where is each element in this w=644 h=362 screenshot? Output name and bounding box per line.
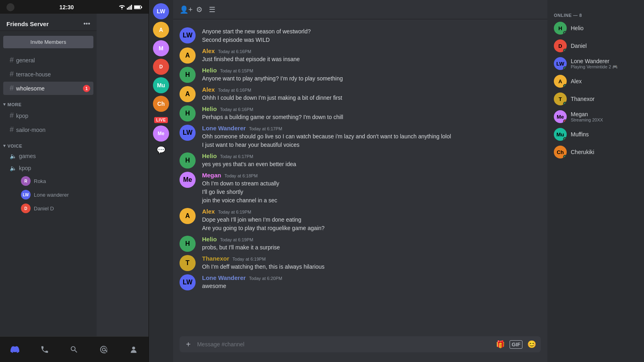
hamburger-icon[interactable]: ☰ — [209, 5, 215, 14]
speaker-icon: 🔈 — [10, 165, 17, 171]
emoji-button[interactable]: 😊 — [526, 338, 538, 350]
member-name: Alex — [571, 78, 638, 84]
avatar: A — [180, 208, 196, 224]
voice-member-name: Lone wanderer — [34, 192, 69, 198]
message: T Thanexor Today at 6:19PM Oh I'm deff w… — [173, 253, 547, 273]
hash-icon: # — [10, 111, 14, 120]
gift-icon[interactable]: 🎁 — [494, 338, 506, 350]
message-author: Alex — [202, 47, 215, 54]
phone-status-icons — [119, 5, 142, 10]
message-timestamp: Today at 6:17PM — [220, 154, 254, 159]
search-button[interactable] — [70, 345, 78, 354]
avatar: LW — [21, 190, 31, 200]
message-text: join the voice channel in a sec — [202, 196, 541, 205]
message-author: Helio — [202, 152, 217, 159]
channel-item-terrace[interactable]: # terrace-house — [3, 68, 93, 81]
member-item-megan[interactable]: Me Megan Streaming 20XX — [551, 108, 641, 125]
member-item-helio[interactable]: H Helio — [551, 19, 641, 37]
mentions-button[interactable] — [99, 345, 108, 354]
message-input[interactable] — [197, 336, 491, 352]
message-header: Thanexor Today at 6:19PM — [202, 255, 541, 262]
activity-avatar[interactable]: M — [153, 40, 169, 56]
phone-frame: 12:30 Friends Server ••• Invite Members — [0, 0, 149, 362]
add-attachment-button[interactable]: + — [183, 337, 194, 352]
chat-input-icons: 🎁 GIF 😊 — [494, 338, 538, 350]
voice-section-header: ▾ VOICE — [0, 137, 97, 150]
chat-input-area: + 🎁 GIF 😊 — [173, 336, 547, 362]
invite-members-button[interactable]: Invite Members — [3, 36, 93, 48]
avatar: H — [180, 152, 196, 169]
voice-member-name: Roka — [34, 178, 46, 184]
phone-button[interactable] — [40, 345, 49, 354]
voice-channel-games[interactable]: 🔈 games — [3, 150, 93, 162]
member-info: Alex — [571, 78, 638, 84]
activity-avatar[interactable]: Ch — [153, 96, 169, 112]
phone-bottom-nav — [0, 336, 149, 362]
message: H Helio Today at 6:17PM yes yes yes that… — [173, 151, 547, 170]
message-timestamp: Today at 6:16PM — [218, 88, 252, 93]
message-header: Helio Today at 6:16PM — [202, 105, 541, 112]
message-text: I'll go live shortly — [202, 188, 541, 196]
channel-item-sailor-moon[interactable]: # sailor-moon — [3, 123, 93, 136]
avatar: LW — [180, 27, 196, 43]
message-text: Oh I'm deff watching then, this is alway… — [202, 263, 541, 271]
voice-member-lone-wanderer[interactable]: LW Lone wanderer — [3, 188, 93, 201]
member-item-thanexor[interactable]: T Thanexor — [551, 90, 641, 108]
status-indicator — [563, 49, 567, 52]
hash-icon: # — [10, 125, 14, 134]
message-text: Second episode was WILD — [202, 36, 541, 44]
member-activity: Streaming 20XX — [571, 117, 638, 122]
more-section-header: ▾ MORE — [0, 95, 97, 109]
speaker-icon: 🔈 — [10, 153, 17, 159]
member-item-cherukiki[interactable]: Ch Cherukiki — [551, 143, 641, 161]
message-text: Ohhh I could be down I'm just making a b… — [202, 94, 541, 102]
member-info: Helio — [571, 25, 638, 31]
message-timestamp: Today at 6:19PM — [233, 257, 266, 261]
message-timestamp: Today at 6:18PM — [225, 173, 258, 178]
status-indicator — [563, 119, 567, 123]
battery-icon — [134, 5, 142, 10]
member-item-alex[interactable]: A Alex — [551, 72, 641, 90]
live-badge: LIVE — [154, 117, 168, 123]
message: LW Lone Wanderer Today at 6:20PM awesome — [173, 273, 547, 292]
message-header: Lone Wanderer Today at 6:20PM — [202, 274, 541, 281]
message-timestamp: Today at 6:17PM — [249, 126, 283, 131]
activity-avatar[interactable]: LW — [153, 3, 169, 19]
avatar: Me — [180, 172, 196, 188]
activity-avatar[interactable]: D — [153, 59, 169, 75]
message-timestamp: Today at 6:16PM — [220, 107, 254, 112]
settings-icon[interactable]: ⚙ — [196, 5, 202, 14]
member-item-daniel[interactable]: D Daniel — [551, 37, 641, 55]
member-info: Cherukiki — [571, 149, 638, 155]
channel-item-kpop[interactable]: # kpop — [3, 109, 93, 122]
discord-home-button[interactable] — [10, 345, 19, 354]
profile-button[interactable] — [129, 345, 138, 354]
svg-rect-0 — [127, 8, 128, 10]
gif-button[interactable]: GIF — [510, 340, 522, 349]
member-add-icon[interactable]: 👤+ — [180, 5, 193, 14]
message-timestamp: Today at 6:15PM — [220, 68, 254, 73]
member-item-muffins[interactable]: Mu Muffins — [551, 125, 641, 143]
avatar: H — [554, 22, 567, 35]
voice-channel-kpop[interactable]: 🔈 kpop — [3, 162, 93, 174]
message: A Alex Today at 6:19PM Dope yeah I'll jo… — [173, 206, 547, 234]
message-content: Alex Today at 6:16PM Just finished that … — [202, 47, 541, 64]
member-item-lone-wanderer[interactable]: LW Lone Wanderer Playing Vermintide 2 🎮 — [551, 55, 641, 72]
channel-badge: 1 — [83, 85, 90, 92]
activity-avatar[interactable]: Me — [153, 125, 169, 142]
voice-member-roka[interactable]: R Roka — [3, 175, 93, 187]
ellipsis-icon[interactable]: ••• — [83, 20, 90, 27]
member-name: Thanexor — [571, 96, 638, 102]
activity-avatar[interactable]: Mu — [153, 77, 169, 93]
message-header: Alex Today at 6:19PM — [202, 208, 541, 215]
member-name: Helio — [571, 25, 638, 31]
channel-item-general[interactable]: # general — [3, 53, 93, 67]
chat-header: 👤+ ⚙ ☰ — [173, 0, 547, 19]
message-text: Dope yeah I'll join when I'm done eating — [202, 216, 541, 224]
voice-member-daniel[interactable]: D Daniel D — [3, 202, 93, 215]
activity-avatar[interactable]: A — [153, 22, 169, 38]
hash-icon: # — [10, 84, 14, 93]
status-indicator — [563, 137, 567, 141]
voice-channel-name: kpop — [19, 165, 31, 171]
channel-item-wholesome[interactable]: # wholesome 1 — [3, 82, 93, 95]
